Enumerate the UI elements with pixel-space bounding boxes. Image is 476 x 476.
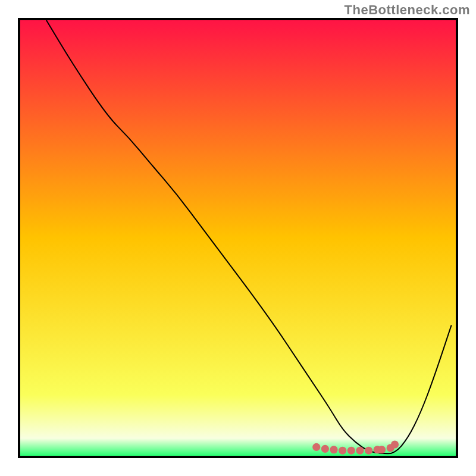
optimal-dot [365, 447, 372, 455]
chart-frame [18, 18, 458, 458]
optimal-dot [330, 446, 337, 453]
bottleneck-chart [20, 20, 456, 456]
chart-background [20, 20, 456, 456]
optimal-dot [391, 440, 399, 448]
optimal-dot [378, 446, 386, 453]
optimal-dot [312, 443, 320, 451]
chart-wrap: TheBottleneck.com [0, 0, 476, 476]
optimal-dot [356, 447, 364, 455]
watermark-text: TheBottleneck.com [345, 2, 470, 18]
optimal-dot [339, 447, 346, 455]
optimal-dot [347, 447, 355, 455]
optimal-dot [321, 445, 329, 453]
